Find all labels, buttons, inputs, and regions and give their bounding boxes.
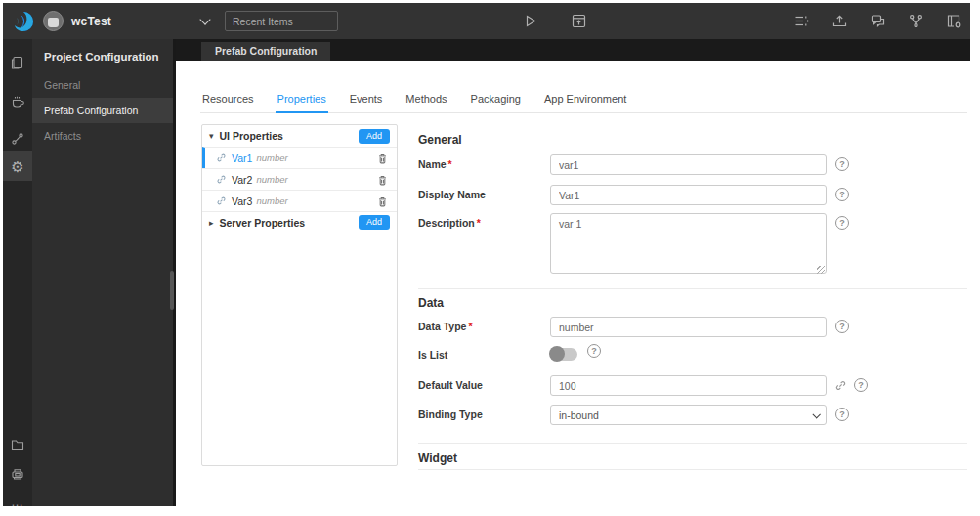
project-name[interactable]: wcTest — [71, 15, 111, 28]
is-list-help-icon[interactable]: ? — [587, 344, 601, 358]
name-help-icon[interactable]: ? — [835, 157, 849, 171]
default-value-help-icon[interactable]: ? — [854, 378, 868, 392]
preview-window-icon[interactable] — [570, 13, 587, 30]
nav-item-general[interactable]: General — [32, 72, 173, 98]
tab-properties[interactable]: Properties — [276, 93, 328, 113]
display-name-help-icon[interactable]: ? — [835, 188, 849, 201]
select-chevron-icon — [812, 410, 820, 418]
is-list-toggle[interactable] — [550, 348, 577, 361]
apis-connector-icon[interactable] — [3, 124, 32, 153]
delete-var2-icon[interactable] — [376, 173, 390, 187]
tab-app-environment[interactable]: App Environment — [542, 93, 628, 112]
data-type-field-row: Data Type* ? — [418, 317, 967, 337]
pages-icon[interactable] — [3, 48, 32, 77]
data-type-input[interactable] — [550, 317, 827, 337]
binding-type-field-row: Binding Type in-bound ? — [418, 405, 967, 425]
binding-type-value: in-bound — [559, 409, 599, 421]
display-name-field-row: Display Name ? — [418, 185, 967, 205]
name-input[interactable] — [550, 154, 827, 175]
file-explorer-folder-icon[interactable] — [3, 430, 32, 459]
section-title-data: Data — [418, 296, 444, 310]
left-icon-rail: ⚙ … — [3, 39, 32, 506]
nav-title: Project Configuration — [32, 39, 173, 72]
section-title-widget: Widget — [418, 452, 457, 465]
name-field-row: Name* ? — [418, 154, 967, 175]
property-item-var1[interactable]: Var1 number — [202, 147, 397, 168]
feedback-chat-icon[interactable] — [869, 13, 886, 30]
is-list-label: Is List — [418, 349, 447, 361]
is-list-field-row: Is List ? — [418, 345, 967, 361]
description-label: Description — [418, 217, 475, 229]
section-tabs: Resources Properties Events Methods Pack… — [200, 93, 967, 113]
recent-items-input[interactable] — [225, 11, 338, 31]
preferences-list-icon[interactable] — [792, 13, 810, 30]
project-avatar[interactable] — [43, 11, 64, 31]
required-asterisk: * — [468, 321, 472, 332]
required-asterisk: * — [448, 158, 452, 170]
top-bar: wcTest — [3, 3, 970, 39]
add-server-property-button[interactable]: Add — [359, 215, 390, 230]
tab-events[interactable]: Events — [348, 93, 385, 112]
printer-icon[interactable] — [3, 459, 32, 489]
deploy-upload-icon[interactable] — [831, 13, 848, 30]
run-icon[interactable] — [521, 13, 538, 30]
required-asterisk: * — [477, 217, 481, 229]
binding-type-help-icon[interactable]: ? — [835, 408, 849, 421]
default-value-input[interactable] — [550, 375, 827, 396]
main-content: Resources Properties Events Methods Pack… — [176, 61, 970, 506]
tab-resources[interactable]: Resources — [200, 93, 256, 112]
resize-grip-icon[interactable] — [817, 266, 825, 274]
prefab-cup-icon[interactable] — [3, 87, 32, 116]
default-value-field-row: Default Value ? — [418, 375, 967, 396]
tab-packaging[interactable]: Packaging — [469, 93, 523, 112]
property-form: General Name* ? Display Name ? Descripti… — [418, 133, 967, 494]
nav-item-prefab-configuration[interactable]: Prefab Configuration — [32, 98, 173, 123]
description-textarea[interactable]: var 1 — [550, 213, 827, 274]
name-label: Name — [418, 158, 447, 170]
delete-var1-icon[interactable] — [376, 151, 390, 165]
display-name-label: Display Name — [418, 189, 486, 200]
section-title-general: General — [418, 133, 462, 147]
property-item-var2[interactable]: Var2 number — [202, 168, 397, 190]
bind-link-icon — [216, 174, 227, 185]
workspace-tab-prefab-configuration[interactable]: Prefab Configuration — [201, 42, 330, 61]
bind-link-icon — [216, 195, 227, 206]
tab-methods[interactable]: Methods — [404, 93, 448, 112]
collapse-triangle-icon: ▾ — [209, 131, 214, 141]
expand-triangle-icon: ▸ — [209, 218, 214, 228]
description-help-icon[interactable]: ? — [835, 216, 849, 230]
more-options-icon[interactable]: … — [3, 487, 32, 506]
bind-link-icon — [216, 152, 227, 163]
server-properties-group-header[interactable]: ▸ Server Properties Add — [202, 211, 397, 233]
ui-properties-group-header[interactable]: ▾ UI Properties Add — [202, 125, 397, 147]
data-type-help-icon[interactable]: ? — [835, 320, 849, 333]
description-field-row: Description* var 1 ? — [418, 213, 967, 278]
export-project-icon[interactable] — [945, 13, 962, 30]
properties-list-panel: ▾ UI Properties Add Var1 number Var2 — [201, 124, 398, 466]
bind-property-link-icon[interactable] — [834, 378, 848, 392]
nav-scrollbar-thumb[interactable] — [170, 271, 174, 310]
display-name-input[interactable] — [550, 185, 827, 205]
section-divider — [418, 288, 967, 289]
delete-var3-icon[interactable] — [376, 194, 390, 208]
binding-type-select[interactable]: in-bound — [550, 405, 827, 425]
binding-type-label: Binding Type — [418, 408, 483, 420]
section-divider — [418, 443, 967, 444]
project-configuration-nav: Project Configuration General Prefab Con… — [32, 39, 176, 506]
data-type-label: Data Type — [418, 321, 466, 332]
nav-item-artifacts[interactable]: Artifacts — [32, 123, 173, 149]
project-switcher-chevron-icon[interactable] — [199, 14, 210, 24]
default-value-label: Default Value — [418, 379, 483, 391]
workspace-tab-strip: Prefab Configuration — [176, 39, 970, 61]
settings-gear-icon[interactable]: ⚙ — [3, 151, 32, 181]
wavemaker-logo-icon — [11, 10, 34, 33]
add-ui-property-button[interactable]: Add — [359, 129, 390, 144]
app-window: wcTest — [3, 3, 970, 506]
section-divider — [418, 469, 967, 470]
version-control-branch-icon[interactable] — [907, 13, 924, 30]
property-item-var3[interactable]: Var3 number — [202, 190, 397, 211]
